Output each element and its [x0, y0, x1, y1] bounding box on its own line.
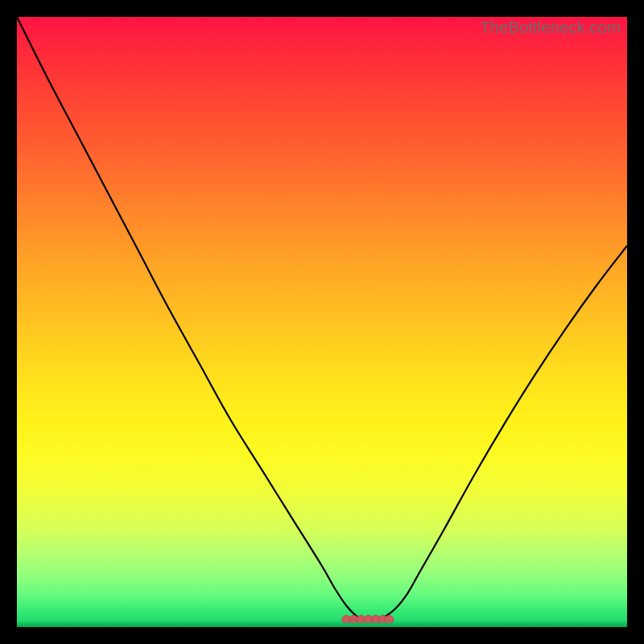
bottleneck-curve: [17, 17, 627, 627]
bottom-edge-overlay: [17, 621, 627, 627]
curve-path: [17, 17, 627, 621]
plot-area: TheBottleneck.com: [17, 17, 627, 627]
chart-frame: TheBottleneck.com: [0, 0, 644, 644]
